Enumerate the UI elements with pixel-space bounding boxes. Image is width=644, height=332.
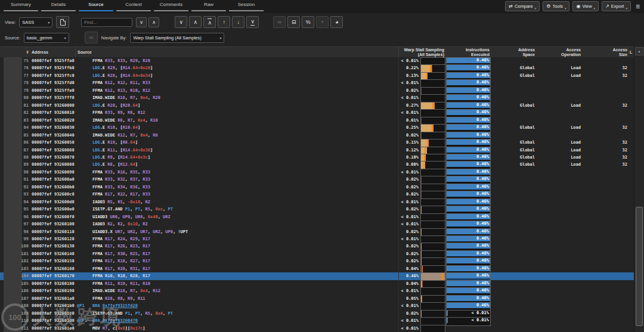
table-row[interactable]: 9800007fef 93260110UIADD3.X UR7, URZ, UR… (0, 228, 634, 235)
table-row[interactable]: 10600007fef 93260190IMAD.WIDE R18, R7, 0… (0, 287, 634, 294)
table-row[interactable]: 10500007fef 93260180FFMA R11, R19, R11, … (0, 280, 634, 287)
scroll-down-button[interactable]: ∨ (175, 16, 187, 28)
table-row[interactable]: 8600007fef 93260050LDG.E R19, [R8.64]0.1… (0, 139, 634, 146)
tab-source[interactable]: Source (79, 0, 113, 13)
table-row[interactable]: 8900007fef 93260080LDG.E R8, [R12.64]0.0… (0, 161, 634, 168)
find-input[interactable] (81, 18, 132, 27)
table-row[interactable]: 9300007fef 932600c0FFMA R17, R22, R17, R… (0, 191, 634, 198)
table-row[interactable]: 7500007fef 9325ffa0FFMA R33, R33, R29, R… (0, 57, 634, 64)
table-row[interactable]: 9700007fef 93260100IADD3 R2, R2, 0x10, R… (0, 221, 634, 228)
table-row[interactable]: 7700007fef 9325ffc0LDG.E R28, [R14.64+0x… (0, 72, 634, 79)
tools-button[interactable]: ⚙Tools▾ (543, 1, 569, 11)
table-row[interactable]: 8300007fef 93260020IMAD.WIDE R8, R7, 0x4… (0, 117, 634, 124)
warp-stall-value: 0.22% (382, 64, 419, 72)
table-row[interactable]: 10200007fef 93260150FFMA R17, R18, R27, … (0, 257, 634, 265)
warp-stall-value: 0.04% (382, 280, 419, 287)
expand-button[interactable]: + (316, 16, 329, 28)
scrollbar-thumb[interactable] (636, 207, 643, 326)
view-select[interactable]: SASS▾ (19, 17, 52, 27)
line-number: 111 (14, 325, 29, 332)
navigate-by-label: Navigate By: (101, 35, 127, 41)
table-row[interactable]: 9000007fef 93260090FFMA R33, R16, R35, R… (0, 169, 634, 176)
table-row[interactable]: 9900007fef 93260120FFMA R17, R24, R29, R… (0, 235, 634, 243)
col-header-address[interactable]: Address (32, 47, 48, 58)
table-row[interactable]: 8400007fef 93260030LDG.E R10, [R10.64]0.… (0, 124, 634, 131)
warp-stall-value: < 0.01% (382, 235, 419, 243)
table-row[interactable]: 8700007fef 93260060LDG.E R11, [R14.64+0x… (0, 147, 634, 154)
prev-sample-icon: ↑ (222, 19, 225, 25)
navigate-by-select[interactable]: Warp Stall Sampling (All Samples)▾ (130, 33, 224, 43)
compare-button[interactable]: ⇄Compare▾ (505, 1, 540, 11)
link-views-button[interactable]: ∞ (273, 16, 286, 28)
menu-icon[interactable]: ≡ (634, 2, 642, 11)
source-file-select[interactable]: basic_gemm▾ (24, 33, 69, 43)
source-cell: ISETP.GT.AND P1, PT, R5, 0xc, PT (92, 206, 173, 213)
vertical-scrollbar[interactable]: ▲ (634, 46, 644, 332)
tab-session[interactable]: Session (229, 0, 264, 13)
table-row[interactable]: 11100007fef 932601e0MOV R7, c[0x0][0x17c… (0, 325, 634, 332)
table-row[interactable]: 9600007fef 932600f0UIADD3 UR6, UP0, UR6,… (0, 213, 634, 221)
scroll-up-button[interactable]: ∧ (189, 16, 202, 28)
jump-to-top-button[interactable]: ∧ (203, 16, 216, 28)
table-row[interactable]: 8800007fef 93260070LDG.E R9, [R14.64+0x3… (0, 154, 634, 161)
table-row[interactable]: 10900007fef 932601c0ISETP.GT.AND P1, PT,… (0, 310, 634, 317)
tab-underline (4, 10, 38, 12)
line-number: 99 (14, 235, 29, 243)
table-row[interactable]: 7600007fef 9325ffb0LDG.E R29, [R14.64+0x… (0, 64, 634, 72)
table-row[interactable]: 9200007fef 932600b0FFMA R33, R34, R36, R… (0, 184, 634, 191)
warp-stall-value: 0.05% (382, 295, 419, 302)
line-number: 100 (14, 243, 29, 250)
collapse-button[interactable]: ⊟ (287, 16, 300, 28)
table-row[interactable]: 10100007fef 93260140FFMA R17, R30, R25, … (0, 250, 634, 257)
address-space-cell: Global (495, 102, 535, 109)
view-button[interactable]: ◉View▾ (572, 1, 599, 11)
table-row[interactable]: 11000007fef 932601d0@!P1BRA 0x7fef932604… (0, 317, 634, 324)
tab-details[interactable]: Details (41, 0, 76, 13)
percent-toggle-button[interactable]: % (302, 16, 314, 28)
find-next-button[interactable]: ∨ (136, 17, 147, 27)
access-operation-cell: Load (537, 154, 581, 161)
table-row[interactable]: 9400007fef 932600d0IADD3 R5, R5, -0x10, … (0, 198, 634, 206)
table-row[interactable]: 8000007fef 9325fff0IMAD.WIDE R10, R7, 0x… (0, 94, 634, 101)
line-number: 79 (14, 87, 29, 94)
jump-to-bottom-icon: ∨ (250, 18, 255, 26)
access-operation-cell: Load (537, 72, 581, 79)
prev-sample-button[interactable]: ↑ (218, 16, 230, 28)
scrollbar-up-button[interactable]: ▲ (635, 47, 643, 55)
table-row[interactable]: 10000007fef 93260130FFMA R17, R26, R23, … (0, 243, 634, 250)
tab-context[interactable]: Context (116, 0, 151, 13)
copy-source-button[interactable] (56, 16, 69, 28)
table-row[interactable]: 10300007fef 93260160FFMA R17, R20, R31, … (0, 265, 634, 272)
next-sample-button[interactable]: ↓ (232, 16, 244, 28)
access-size-cell: 32 (584, 154, 627, 161)
tab-comments[interactable]: Comments (154, 0, 188, 13)
table-row[interactable]: 8200007fef 93260010FFMA R33, R9, R8, R12… (0, 109, 634, 116)
col-header-access-size[interactable]: AccessSize (568, 47, 627, 58)
table-row[interactable]: 8500007fef 93260040IMAD.WIDE R12, R7, 0x… (0, 132, 634, 139)
table-row[interactable]: 8100007fef 93260000LDG.E R20, [R20.64]0.… (0, 102, 634, 109)
table-row[interactable]: 7800007fef 9325ffd0FFMA R12, R12, R11, R… (0, 79, 634, 86)
jump-to-bottom-button[interactable]: ∨ (246, 16, 259, 28)
pie-chart-button[interactable]: ◕ (330, 16, 343, 28)
compare-icon: ⇄ (509, 4, 513, 9)
col-header-line-number[interactable]: # (18, 47, 29, 58)
table-row[interactable]: 10400007fef 93260170FFMA R10, R10, R28, … (0, 272, 634, 280)
warp-stall-value: 0.46% (382, 272, 419, 280)
chevron-down-icon: ▾ (64, 36, 66, 40)
col-header-source[interactable]: Source (78, 47, 92, 58)
tab-raw[interactable]: Raw (191, 0, 226, 13)
find-prev-button[interactable]: ∧ (148, 17, 159, 27)
find-prev-icon: ∧ (152, 20, 156, 25)
table-row[interactable]: 9500007fef 932600e0ISETP.GT.AND P1, PT, … (0, 206, 634, 213)
source-cell: FFMA R10, R10, R28, R17 (92, 272, 150, 280)
link-navigate-button[interactable]: ∞ (85, 32, 98, 44)
line-number: 81 (14, 102, 29, 109)
col-header-live-registers[interactable]: L (630, 47, 632, 58)
table-row[interactable]: 7900007fef 9325ffe0FFMA R12, R13, R10, R… (0, 87, 634, 94)
table-row[interactable]: 10800007fef 932601b0@P1BRA 0x7fef9325fd2… (0, 302, 634, 309)
tab-summary[interactable]: Summary (4, 0, 38, 13)
address-cell: 00007fef 93260020 (32, 117, 75, 124)
table-row[interactable]: 9100007fef 932600a0FFMA R33, R32, R37, R… (0, 176, 634, 183)
export-button[interactable]: ↗Export▾ (602, 1, 631, 11)
table-row[interactable]: 10700007fef 932601a0FFMA R28, R8, R9, R1… (0, 295, 634, 302)
